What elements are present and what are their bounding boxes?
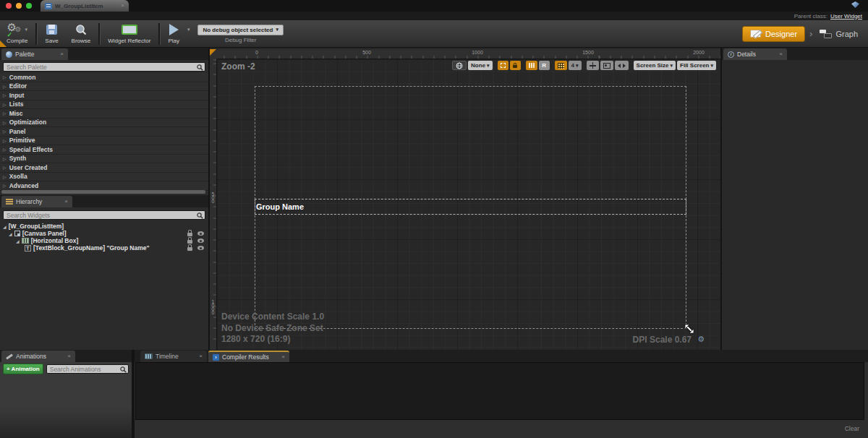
play-button[interactable]: Play bbox=[161, 22, 186, 46]
diamond-icon[interactable] bbox=[851, 1, 859, 8]
expand-arrow-icon[interactable] bbox=[3, 174, 7, 179]
expand-arrow-icon[interactable] bbox=[3, 156, 7, 161]
browse-button[interactable]: Browse bbox=[65, 22, 98, 46]
screen-size-dropdown[interactable]: Screen Size bbox=[634, 61, 676, 70]
expand-arrow-icon[interactable] bbox=[3, 74, 7, 80]
hierarchy-panel: Hierarchy [W_GroupListItem] [Canvas Pane… bbox=[0, 195, 208, 350]
palette-category-common[interactable]: Common bbox=[0, 73, 208, 82]
close-tab-icon[interactable] bbox=[60, 51, 64, 57]
close-window-button[interactable] bbox=[6, 3, 12, 9]
palette-category-xsolla[interactable]: Xsolla bbox=[0, 173, 208, 182]
preview-background-button[interactable] bbox=[600, 61, 613, 70]
tab-timeline[interactable]: Timeline bbox=[140, 351, 207, 362]
canvas-panel-icon bbox=[14, 231, 20, 236]
tab-compiler-results[interactable]: Compiler Results bbox=[208, 351, 289, 362]
graph-mode-button[interactable]: Graph bbox=[817, 27, 861, 41]
close-tab-icon[interactable] bbox=[199, 353, 203, 359]
hierarchy-row-root[interactable]: [W_GroupListItem] bbox=[0, 223, 208, 230]
palette-category-lists[interactable]: Lists bbox=[0, 100, 208, 110]
fill-screen-dropdown[interactable]: Fill Screen bbox=[677, 61, 716, 70]
collapse-arrow-icon[interactable] bbox=[3, 224, 7, 229]
compile-options-chevron-icon[interactable] bbox=[25, 27, 27, 33]
animation-pen-icon bbox=[6, 353, 13, 359]
hierarchy-row-canvas-panel[interactable]: [Canvas Panel] bbox=[0, 230, 208, 237]
expand-arrow-icon[interactable] bbox=[3, 129, 7, 134]
tab-hierarchy[interactable]: Hierarchy bbox=[1, 196, 72, 207]
visibility-eye-icon[interactable] bbox=[197, 246, 204, 250]
hierarchy-row-horizontal-box[interactable]: [Horizontal Box] bbox=[0, 237, 208, 244]
expand-arrow-icon[interactable] bbox=[3, 147, 7, 152]
asset-tab[interactable]: W_GroupListItem bbox=[41, 0, 129, 12]
palette-category-special-effects[interactable]: Special Effects bbox=[0, 145, 208, 155]
visibility-eye-icon[interactable] bbox=[197, 239, 204, 243]
expand-arrow-icon[interactable] bbox=[3, 165, 7, 170]
dashed-outline-icon bbox=[501, 63, 506, 68]
expand-arrow-icon[interactable] bbox=[3, 93, 7, 98]
palette-icon bbox=[6, 51, 12, 58]
transform-mode-button[interactable] bbox=[587, 61, 599, 70]
save-button[interactable]: Save bbox=[38, 22, 64, 46]
parent-class-value[interactable]: User Widget bbox=[830, 13, 862, 20]
palette-scrollbar[interactable] bbox=[1, 190, 205, 194]
palette-category-user-created[interactable]: User Created bbox=[0, 163, 208, 173]
respect-locks-button[interactable] bbox=[526, 61, 537, 70]
collapse-arrow-icon[interactable] bbox=[9, 231, 12, 236]
palette-category-primitive[interactable]: Primitive bbox=[0, 137, 208, 146]
mirror-preview-button[interactable] bbox=[615, 61, 629, 70]
visibility-eye-icon[interactable] bbox=[197, 231, 204, 236]
horizontal-box-outline[interactable] bbox=[255, 199, 686, 215]
expand-arrow-icon[interactable] bbox=[3, 183, 7, 188]
play-options-chevron[interactable]: . bbox=[186, 22, 192, 46]
tab-animations[interactable]: Animations bbox=[1, 351, 75, 362]
dpi-settings-gear-icon[interactable] bbox=[697, 335, 705, 343]
expand-arrow-icon[interactable] bbox=[3, 84, 7, 89]
expand-arrow-icon[interactable] bbox=[3, 120, 7, 125]
lock-icon[interactable] bbox=[187, 247, 192, 251]
lock-icon[interactable] bbox=[187, 233, 192, 236]
compiler-log-output[interactable] bbox=[135, 362, 864, 420]
grid-icon bbox=[558, 63, 564, 69]
hierarchy-search-input[interactable] bbox=[4, 211, 205, 219]
palette-panel: Palette Common Editor Input Lists Misc O… bbox=[0, 48, 208, 195]
expand-arrow-icon[interactable] bbox=[3, 102, 7, 107]
outline-toggle-button[interactable] bbox=[498, 61, 509, 70]
palette-category-synth[interactable]: Synth bbox=[0, 155, 208, 164]
palette-category-optimization[interactable]: Optimization bbox=[0, 119, 208, 128]
design-canvas[interactable]: Zoom -2 None R bbox=[217, 59, 722, 350]
group-name-textblock[interactable]: Group Name bbox=[256, 202, 304, 211]
tab-palette[interactable]: Palette bbox=[1, 48, 68, 60]
close-tab-icon[interactable] bbox=[281, 354, 285, 360]
grid-snap-toggle-button[interactable] bbox=[555, 61, 567, 70]
palette-category-input[interactable]: Input bbox=[0, 91, 208, 100]
localization-preview-button[interactable] bbox=[452, 61, 467, 70]
close-tab-icon[interactable] bbox=[121, 3, 124, 9]
lock-icon[interactable] bbox=[187, 240, 192, 244]
lock-widgets-button[interactable] bbox=[510, 61, 521, 70]
animations-search-input[interactable] bbox=[47, 365, 128, 373]
designer-mode-button[interactable]: Designer bbox=[742, 26, 805, 42]
widget-reflector-button[interactable]: Widget Reflector bbox=[101, 22, 157, 46]
add-animation-button[interactable]: + Animation bbox=[3, 364, 43, 374]
expand-arrow-icon[interactable] bbox=[3, 138, 7, 143]
close-tab-icon[interactable] bbox=[64, 199, 68, 205]
expand-arrow-icon[interactable] bbox=[3, 111, 7, 116]
compile-button[interactable]: Compile bbox=[0, 22, 34, 46]
palette-category-editor[interactable]: Editor bbox=[0, 82, 208, 92]
palette-category-panel[interactable]: Panel bbox=[0, 127, 208, 137]
debug-object-dropdown[interactable]: No debug object selected bbox=[197, 25, 283, 35]
flow-direction-dropdown[interactable]: None bbox=[468, 61, 493, 70]
hierarchy-row-textblock[interactable]: [TextBlock_GroupName] "Group Name" bbox=[0, 244, 208, 252]
palette-search-input[interactable] bbox=[4, 63, 205, 71]
collapse-arrow-icon[interactable] bbox=[16, 239, 20, 244]
tab-details[interactable]: Details bbox=[723, 48, 787, 60]
minimize-window-button[interactable] bbox=[16, 3, 22, 9]
palette-category-advanced[interactable]: Advanced bbox=[0, 181, 208, 191]
close-tab-icon[interactable] bbox=[779, 51, 783, 57]
logs-tab-bar: Timeline Compiler Results bbox=[135, 350, 868, 362]
maximize-window-button[interactable] bbox=[26, 3, 32, 9]
clear-log-button[interactable]: Clear bbox=[845, 425, 859, 432]
close-tab-icon[interactable] bbox=[67, 353, 71, 359]
r-toggle-button[interactable]: R bbox=[539, 61, 550, 70]
palette-category-misc[interactable]: Misc bbox=[0, 109, 208, 119]
grid-size-dropdown[interactable]: 4 bbox=[569, 61, 582, 70]
